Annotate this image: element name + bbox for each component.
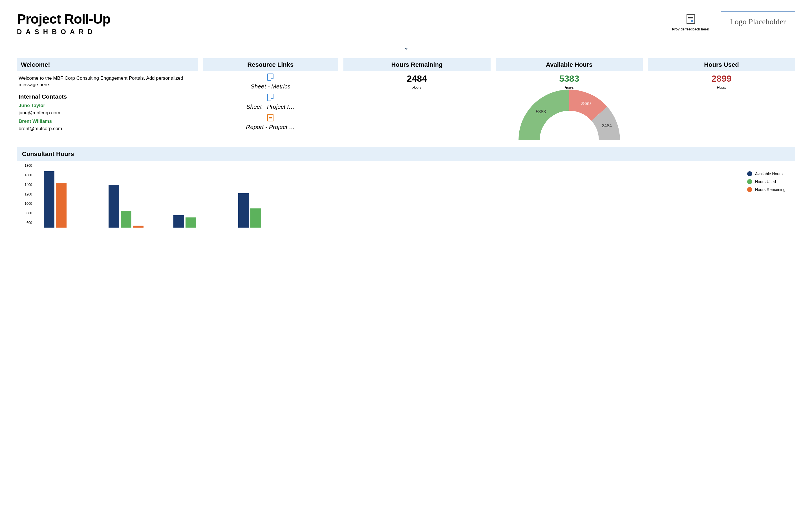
feedback-link[interactable]: Provide feedback here! — [672, 14, 709, 32]
gauge-chart: 538328992484 — [343, 84, 795, 140]
contact-name[interactable]: Brent Williams — [18, 119, 196, 124]
page-title: Project Roll-Up — [17, 11, 672, 27]
legend-item: Hours Remaining — [747, 187, 795, 192]
contact-email[interactable]: june@mbfcorp.com — [18, 110, 196, 116]
resource-label: Report - Project … — [241, 124, 300, 130]
welcome-header: Welcome! — [17, 58, 198, 71]
contacts-title: Internal Contacts — [18, 93, 196, 100]
metric-header: Available Hours — [496, 58, 643, 71]
logo-placeholder: Logo Placeholder — [721, 11, 795, 32]
contact-name[interactable]: June Taylor — [18, 103, 196, 108]
svg-text:2899: 2899 — [581, 101, 591, 106]
svg-text:5383: 5383 — [536, 109, 546, 114]
contact-email[interactable]: brent@mbfcorp.com — [18, 126, 196, 131]
metric-header: Hours Remaining — [343, 58, 491, 71]
metric-value: 2899 — [648, 73, 795, 84]
svg-text:2484: 2484 — [602, 123, 612, 128]
chart-legend: Available Hours Hours Used Hours Remaini… — [747, 166, 795, 228]
welcome-card: Welcome! Welcome to the MBF Corp Consult… — [17, 58, 198, 140]
resource-link[interactable]: Report - Project … — [203, 114, 338, 130]
page-subtitle: DASHBOARD — [17, 28, 672, 36]
legend-dot-icon — [747, 179, 752, 184]
title-block: Project Roll-Up DASHBOARD — [17, 11, 672, 36]
resources-card: Resource Links Sheet - Metrics Sheet - P… — [203, 58, 338, 140]
welcome-text: Welcome to the MBF Corp Consulting Engag… — [18, 75, 196, 88]
legend-dot-icon — [747, 187, 752, 192]
sheet-icon — [267, 94, 273, 101]
contact-item: Brent Williams brent@mbfcorp.com — [18, 119, 196, 131]
metric-value: 5383 — [496, 73, 643, 84]
feedback-label: Provide feedback here! — [672, 27, 709, 31]
consultant-hours-header: Consultant Hours — [17, 147, 795, 161]
consultant-hours-chart: 60080010001200140016001800 — [22, 166, 742, 228]
legend-label: Hours Remaining — [755, 187, 785, 192]
metric-header: Hours Used — [648, 58, 795, 71]
report-icon — [267, 114, 273, 121]
resource-label: Sheet - Metrics — [241, 83, 300, 90]
legend-item: Hours Used — [747, 179, 795, 184]
legend-dot-icon — [747, 171, 752, 176]
resource-link[interactable]: Sheet - Metrics — [203, 73, 338, 90]
chevron-down-icon[interactable]: ⌄ — [402, 44, 411, 51]
metric-value: 2484 — [343, 73, 491, 84]
sheet-icon — [267, 73, 273, 81]
legend-label: Available Hours — [755, 172, 783, 176]
divider: ⌄ — [17, 44, 795, 53]
legend-item: Available Hours — [747, 171, 795, 176]
resource-link[interactable]: Sheet - Project I… — [203, 94, 338, 110]
legend-label: Hours Used — [755, 179, 776, 184]
contact-item: June Taylor june@mbfcorp.com — [18, 103, 196, 116]
resources-header: Resource Links — [203, 58, 338, 71]
resource-label: Sheet - Project I… — [241, 103, 300, 110]
feedback-icon — [687, 14, 695, 24]
